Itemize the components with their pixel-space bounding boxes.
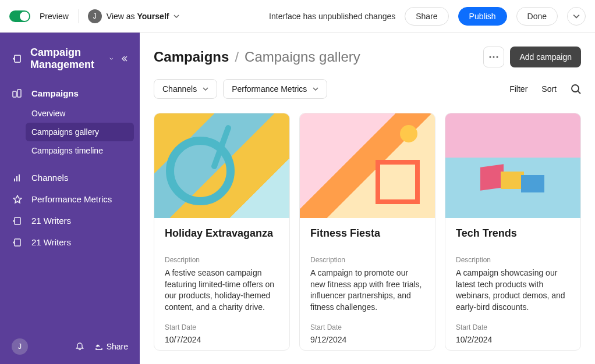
start-date-label: Start Date: [165, 323, 279, 331]
description-label: Description: [456, 256, 570, 264]
start-date-label: Start Date: [310, 323, 424, 331]
search-button[interactable]: [571, 84, 581, 94]
card-start-date: 9/12/2024: [310, 335, 424, 344]
filter-button[interactable]: Filter: [509, 84, 527, 94]
view-as-dropdown[interactable]: J View as Yourself: [88, 9, 180, 23]
star-icon: [12, 195, 23, 204]
page-icon: [12, 54, 23, 63]
description-label: Description: [310, 256, 424, 264]
svg-rect-5: [19, 174, 20, 181]
sidebar-share-button[interactable]: Share: [95, 342, 128, 351]
chevron-down-icon: [173, 15, 179, 18]
card-start-date: 10/2/2024: [456, 335, 570, 344]
sidebar-sub-overview[interactable]: Overview: [0, 104, 140, 123]
page-header: Campaigns / Campaigns gallery Add campai…: [154, 47, 581, 67]
card-title: Fitness Fiesta: [310, 227, 424, 240]
sidebar-header: Campaign Management: [0, 40, 140, 83]
svg-point-11: [572, 85, 579, 92]
filter-channels[interactable]: Channels: [154, 79, 217, 99]
sidebar-item-writers-1[interactable]: 21 Writers: [0, 210, 140, 231]
filter-performance-metrics[interactable]: Performance Metrics: [223, 79, 327, 99]
bell-icon[interactable]: [75, 342, 84, 351]
svg-point-9: [493, 56, 495, 58]
sidebar-sub-campaigns-gallery[interactable]: Campaigns gallery: [26, 123, 134, 141]
avatar: J: [88, 9, 102, 23]
card-image: [445, 113, 580, 218]
start-date-label: Start Date: [456, 323, 570, 331]
svg-rect-4: [16, 176, 17, 181]
sidebar: Campaign Management Campaigns Overview C…: [0, 33, 140, 364]
unpublished-status: Interface has unpublished changes: [269, 12, 395, 21]
more-menu-button[interactable]: [567, 7, 586, 26]
view-as-text: View as Yourself: [107, 12, 169, 21]
done-button[interactable]: Done: [516, 7, 558, 26]
add-campaign-button[interactable]: Add campaign: [510, 47, 581, 67]
preview-toggle[interactable]: [9, 10, 30, 22]
breadcrumb: Campaigns / Campaigns gallery: [154, 49, 360, 65]
chevron-down-icon: [109, 57, 113, 60]
breadcrumb-root[interactable]: Campaigns: [154, 49, 229, 65]
svg-rect-0: [15, 55, 20, 62]
sidebar-sub-campaigns-timeline[interactable]: Campaigns timeline: [0, 141, 140, 160]
svg-rect-3: [14, 179, 15, 181]
sidebar-item-performance-metrics[interactable]: Performance Metrics: [0, 188, 140, 210]
sidebar-footer: J Share: [0, 329, 140, 364]
svg-point-10: [497, 56, 498, 58]
chevron-down-icon: [203, 87, 208, 91]
campaign-card[interactable]: Holiday Extravaganza Description A festi…: [154, 113, 290, 351]
collapse-sidebar-button[interactable]: [120, 55, 128, 63]
user-avatar[interactable]: J: [12, 338, 28, 355]
main-content: Campaigns / Campaigns gallery Add campai…: [140, 33, 595, 364]
sort-button[interactable]: Sort: [541, 84, 557, 94]
svg-point-8: [490, 56, 491, 58]
card-description: A campaign showcasing our latest tech pr…: [456, 267, 570, 313]
dots-icon: [489, 56, 498, 58]
cards-gallery: Holiday Extravaganza Description A festi…: [154, 113, 581, 351]
sidebar-title[interactable]: Campaign Management: [30, 47, 113, 71]
more-options-button[interactable]: [483, 47, 504, 67]
card-image: [154, 113, 289, 218]
svg-rect-1: [13, 91, 16, 97]
campaigns-icon: [12, 89, 23, 98]
filters-row: Channels Performance Metrics Filter Sort: [154, 79, 581, 99]
sidebar-item-channels[interactable]: Channels: [0, 167, 140, 188]
card-start-date: 10/7/2024: [165, 335, 279, 344]
page-icon: [12, 216, 23, 226]
card-description: A campaign to promote our new fitness ap…: [310, 267, 424, 313]
svg-rect-6: [15, 217, 20, 224]
chevron-down-icon: [573, 14, 580, 19]
card-title: Holiday Extravaganza: [165, 227, 279, 240]
sidebar-item-campaigns[interactable]: Campaigns: [0, 83, 140, 104]
campaign-card[interactable]: Tech Trends Description A campaign showc…: [445, 113, 581, 351]
description-label: Description: [165, 256, 279, 264]
svg-rect-2: [17, 90, 21, 97]
svg-rect-7: [15, 239, 20, 246]
bars-icon: [12, 173, 23, 183]
publish-button[interactable]: Publish: [458, 7, 507, 26]
chevron-down-icon: [313, 87, 318, 91]
page-icon: [12, 238, 23, 247]
breadcrumb-current: Campaigns gallery: [245, 49, 360, 65]
divider: [78, 9, 79, 23]
card-title: Tech Trends: [456, 227, 570, 240]
sidebar-item-writers-2[interactable]: 21 Writers: [0, 231, 140, 253]
share-icon: [95, 342, 103, 351]
breadcrumb-separator: /: [235, 49, 239, 65]
search-icon: [571, 84, 581, 94]
campaign-card[interactable]: Fitness Fiesta Description A campaign to…: [299, 113, 435, 351]
share-button[interactable]: Share: [405, 7, 448, 26]
preview-label: Preview: [40, 12, 69, 21]
card-description: A festive season campaign featuring limi…: [165, 267, 279, 313]
topbar: Preview J View as Yourself Interface has…: [0, 0, 595, 33]
card-image: [300, 113, 435, 218]
